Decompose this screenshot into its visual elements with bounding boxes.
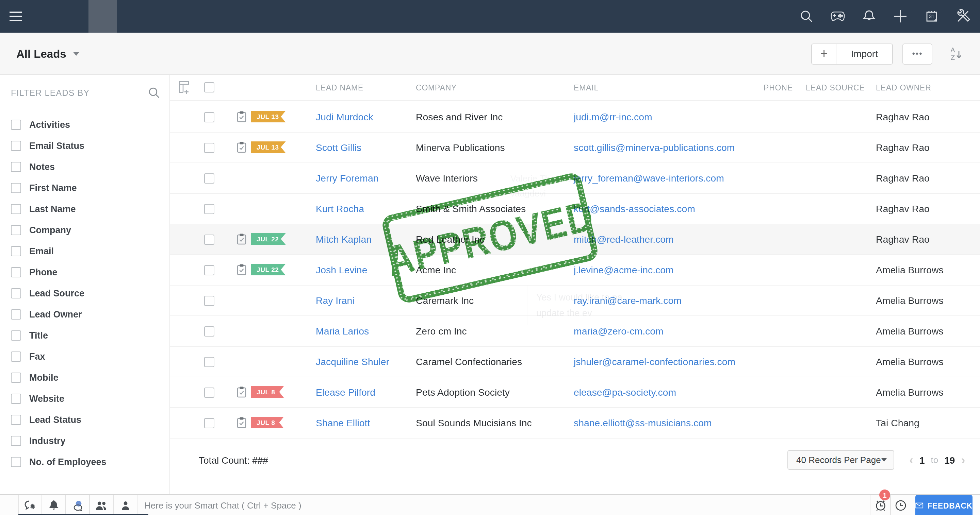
filter-checkbox[interactable]: [11, 162, 21, 172]
filter-checkbox[interactable]: [11, 267, 21, 277]
contact-person-icon[interactable]: [114, 495, 137, 515]
next-page-chevron[interactable]: ›: [961, 454, 965, 466]
table-row[interactable]: Ray Irani Caremark Inc ray.irani@care-ma…: [170, 285, 980, 316]
filter-checkbox[interactable]: [11, 120, 21, 130]
email-link[interactable]: ray.irani@care-mark.com: [574, 285, 682, 316]
nav-tab[interactable]: [231, 0, 260, 33]
lead-name-link[interactable]: Ray Irani: [316, 285, 355, 316]
feedback-button[interactable]: FEEDBACK: [915, 495, 972, 515]
filter-item[interactable]: Mobile: [11, 367, 165, 388]
sort-az-icon[interactable]: A Z: [947, 46, 965, 62]
lead-name-link[interactable]: Elease Pilford: [316, 377, 375, 408]
email-link[interactable]: mitch@red-leather.com: [574, 224, 674, 255]
filter-checkbox[interactable]: [11, 225, 21, 235]
filter-checkbox[interactable]: [11, 183, 21, 193]
filter-item[interactable]: Title: [11, 325, 165, 346]
filter-item[interactable]: Last Name: [11, 198, 165, 220]
filter-checkbox[interactable]: [11, 352, 21, 362]
smart-chat-input[interactable]: Here is your Smart Chat ( Ctrl + Space ): [144, 495, 301, 515]
col-header-email[interactable]: EMAIL: [574, 75, 598, 101]
table-row[interactable]: JUL 13 Judi Murdock Roses and River Inc …: [170, 102, 980, 133]
nav-tab[interactable]: [317, 0, 339, 33]
lead-name-link[interactable]: Scott Gillis: [316, 133, 361, 163]
row-checkbox[interactable]: [204, 418, 215, 428]
row-checkbox[interactable]: [204, 265, 215, 275]
lead-name-link[interactable]: Jacquiline Shuler: [316, 347, 389, 377]
lead-name-link[interactable]: Mitch Kaplan: [316, 224, 372, 255]
more-actions-button[interactable]: •••: [902, 43, 932, 64]
nav-tab[interactable]: [146, 0, 174, 33]
col-header-lead-name[interactable]: LEAD NAME: [316, 75, 363, 101]
nav-tab[interactable]: [260, 0, 288, 33]
hamburger-menu-icon[interactable]: [0, 0, 31, 33]
filter-item[interactable]: Fax: [11, 346, 165, 367]
lead-name-link[interactable]: Maria Larios: [316, 316, 369, 347]
records-per-page-dropdown[interactable]: 40 Records Per Page: [788, 450, 894, 470]
chat-notifications-bell-icon[interactable]: [42, 495, 66, 515]
email-link[interactable]: judi.m@rr-inc.com: [574, 102, 652, 133]
filter-item[interactable]: Lead Source: [11, 283, 165, 304]
col-header-company[interactable]: COMPANY: [416, 75, 457, 101]
lead-name-link[interactable]: Kurt Rocha: [316, 194, 364, 224]
filter-item[interactable]: Lead Owner: [11, 304, 165, 325]
filter-item[interactable]: No. of Employees: [11, 452, 165, 472]
filter-checkbox[interactable]: [11, 246, 21, 256]
quick-add-plus-icon[interactable]: [893, 9, 908, 24]
row-checkbox[interactable]: [204, 357, 215, 367]
filter-search-icon[interactable]: [148, 87, 160, 98]
filter-checkbox[interactable]: [11, 436, 21, 446]
search-icon[interactable]: [799, 9, 814, 24]
email-link[interactable]: elease@pa-society.com: [574, 377, 676, 408]
recent-activity-clock-icon[interactable]: [890, 495, 911, 515]
row-checkbox[interactable]: [204, 173, 215, 184]
lead-name-link[interactable]: Jerry Foreman: [316, 163, 379, 194]
nav-tab[interactable]: [89, 0, 117, 33]
table-row[interactable]: Kurt Rocha Smith & Smith Associates kurt…: [170, 194, 980, 224]
row-checkbox[interactable]: [204, 112, 215, 122]
lead-name-link[interactable]: Shane Elliott: [316, 408, 370, 439]
select-all-checkbox[interactable]: [204, 82, 215, 92]
filter-checkbox[interactable]: [11, 457, 21, 467]
nav-tab[interactable]: [31, 0, 60, 33]
filter-checkbox[interactable]: [11, 288, 21, 298]
email-link[interactable]: shane.elliott@ss-musicians.com: [574, 408, 712, 439]
row-checkbox[interactable]: [204, 388, 215, 398]
contacts-group-icon[interactable]: [90, 495, 114, 515]
table-row[interactable]: JUL 22 Josh Levine Acme Inc j.levine@acm…: [170, 255, 980, 285]
filter-checkbox[interactable]: [11, 394, 21, 404]
filter-item[interactable]: First Name: [11, 177, 165, 198]
nav-tab[interactable]: [60, 0, 89, 33]
table-row[interactable]: Jacquiline Shuler Caramel Confectionarie…: [170, 347, 980, 377]
add-column-icon[interactable]: [178, 80, 192, 98]
lead-name-link[interactable]: Judi Murdock: [316, 102, 373, 133]
nav-tab[interactable]: [288, 0, 317, 33]
import-button[interactable]: Import: [837, 44, 892, 63]
create-lead-button[interactable]: +: [812, 44, 837, 63]
col-header-lead-owner[interactable]: LEAD OWNER: [876, 75, 931, 101]
email-link[interactable]: scott.gillis@minerva-publications.com: [574, 133, 735, 163]
email-link[interactable]: kurt@sands-associates.com: [574, 194, 695, 224]
col-header-phone[interactable]: PHONE: [764, 75, 793, 101]
filter-item[interactable]: Phone: [11, 262, 165, 283]
setup-tools-icon[interactable]: [956, 9, 970, 24]
table-row[interactable]: JUL 13 Scott Gillis Minerva Publications…: [170, 133, 980, 163]
filter-checkbox[interactable]: [11, 415, 21, 425]
view-selector[interactable]: All Leads: [16, 33, 80, 75]
filter-item[interactable]: Notes: [11, 156, 165, 177]
chat-settings-icon[interactable]: [18, 495, 42, 515]
previous-page-chevron[interactable]: ‹: [909, 454, 913, 466]
filter-item[interactable]: Activities: [11, 114, 165, 135]
filter-checkbox[interactable]: [11, 204, 21, 214]
nav-tab[interactable]: [203, 0, 231, 33]
email-link[interactable]: maria@zero-cm.com: [574, 316, 663, 347]
col-header-lead-source[interactable]: LEAD SOURCE: [806, 75, 865, 101]
email-link[interactable]: jerry_foreman@wave-interiors.com: [574, 163, 724, 194]
lead-name-link[interactable]: Josh Levine: [316, 255, 367, 285]
filter-checkbox[interactable]: [11, 309, 21, 320]
filter-checkbox[interactable]: [11, 141, 21, 151]
row-checkbox[interactable]: [204, 296, 215, 306]
table-row[interactable]: Maria Larios Zero cm Inc maria@zero-cm.c…: [170, 316, 980, 347]
table-row[interactable]: JUL 22 Mitch Kaplan Red Leather Inc mitc…: [170, 224, 980, 255]
filter-item[interactable]: Company: [11, 220, 165, 241]
row-checkbox[interactable]: [204, 326, 215, 336]
